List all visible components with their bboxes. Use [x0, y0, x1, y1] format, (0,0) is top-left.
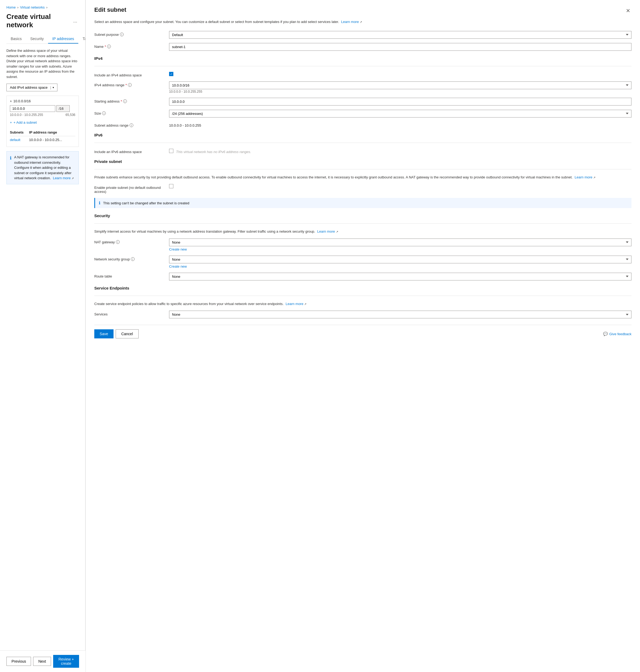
size-label: Size i	[94, 110, 169, 115]
service-endpoints-desc: Create service endpoint policies to allo…	[94, 301, 631, 307]
col-ip-range: IP address range	[29, 129, 75, 136]
size-info-icon[interactable]: i	[102, 112, 106, 115]
pipe-separator: |	[50, 86, 51, 89]
services-control: None	[169, 311, 631, 318]
add-subnet-button[interactable]: + + Add a subnet	[10, 119, 37, 126]
ellipsis-button[interactable]: ...	[72, 18, 79, 24]
breadcrumb-virtual-networks[interactable]: Virtual networks	[20, 5, 45, 9]
ipv4-divider	[94, 66, 631, 66]
include-ipv4-control	[169, 72, 631, 76]
include-ipv6-control: This virtual network has no IPv6 address…	[169, 148, 631, 154]
external-link-icon5: ↗	[304, 303, 306, 306]
ipv4-range-select[interactable]: 10.0.0.0/16	[169, 82, 631, 89]
tab-tags[interactable]: Tags	[78, 34, 86, 44]
address-input-row: /16	[10, 105, 75, 112]
service-endpoints-learn-more-link[interactable]: Learn more	[286, 302, 303, 306]
starting-address-info-icon[interactable]: i	[123, 99, 127, 103]
include-ipv4-checkbox[interactable]	[169, 72, 173, 76]
private-learn-more-link[interactable]: Learn more	[574, 175, 592, 179]
ipv4-required-star: *	[126, 83, 127, 87]
subnet-purpose-info-icon[interactable]: i	[120, 33, 124, 36]
review-create-button[interactable]: Review + create	[53, 655, 79, 668]
services-select[interactable]: None	[169, 311, 631, 318]
starting-address-row: Starting address * i	[94, 98, 631, 105]
add-ipv4-button[interactable]: Add IPv4 address space | ▾	[6, 84, 57, 91]
route-table-row: Route table None	[94, 273, 631, 280]
name-input[interactable]	[169, 43, 631, 51]
enable-private-label: Enable private subnet (no default outbou…	[94, 184, 169, 194]
nsg-create-link[interactable]: Create new	[169, 264, 631, 268]
route-table-select[interactable]: None	[169, 273, 631, 280]
size-control: /24 (256 addresses) /25 (128 addresses) …	[169, 110, 631, 118]
tabs-container: Basics Security IP addresses Tags Review	[6, 34, 79, 44]
nsg-row: Network security group i None Create new	[94, 255, 631, 268]
include-ipv4-row: Include an IPv4 address space	[94, 72, 631, 77]
ipv4-range-sub-text: 10.0.0.0 - 10.0.255.255	[169, 90, 631, 93]
tab-ip-addresses[interactable]: IP addresses	[48, 34, 78, 44]
tab-security[interactable]: Security	[26, 34, 48, 44]
nat-learn-more-link[interactable]: Learn more	[53, 176, 71, 180]
tab-basics[interactable]: Basics	[6, 34, 26, 44]
panel-bottom-bar: Save Cancel 💬 Give feedback	[94, 325, 631, 338]
panel-learn-more-link[interactable]: Learn more	[341, 20, 359, 24]
plus-icon: +	[10, 120, 12, 125]
name-row: Name * i	[94, 43, 631, 51]
nat-gateway-label: NAT gateway i	[94, 238, 169, 244]
panel-header: Edit subnet ✕	[94, 6, 631, 15]
enable-private-checkbox[interactable]	[169, 184, 173, 188]
save-cancel-group: Save Cancel	[94, 329, 139, 338]
nat-gateway-row: NAT gateway i None Create new	[94, 238, 631, 251]
nsg-info-icon[interactable]: i	[131, 257, 135, 261]
ipv4-section-title: IPv4	[94, 56, 631, 61]
subnet-range-info-icon[interactable]: i	[130, 123, 133, 127]
chevron-up-icon: ∧	[10, 100, 12, 103]
service-endpoints-divider	[94, 296, 631, 296]
ipv4-range-row: IPv4 address range * i 10.0.0.0/16 10.0.…	[94, 82, 631, 93]
enable-private-row: Enable private subnet (no default outbou…	[94, 184, 631, 194]
breadcrumb-home[interactable]: Home	[6, 5, 16, 9]
panel-title: Edit subnet	[94, 6, 126, 13]
include-ipv6-row: Include an IPv6 address space This virtu…	[94, 148, 631, 154]
name-info-icon[interactable]: i	[107, 45, 111, 48]
enable-private-control	[169, 184, 631, 189]
include-ipv4-label: Include an IPv4 address space	[94, 72, 169, 77]
security-learn-more-link[interactable]: Learn more	[317, 230, 335, 233]
left-panel: Home › Virtual networks › Create virtual…	[0, 0, 86, 672]
save-button[interactable]: Save	[94, 329, 114, 338]
name-label: Name * i	[94, 43, 169, 49]
nsg-control: None Create new	[169, 255, 631, 268]
ipv4-range-info-icon[interactable]: i	[128, 83, 132, 87]
include-ipv6-checkbox[interactable]	[169, 149, 173, 153]
panel-description: Select an address space and configure yo…	[94, 19, 631, 25]
starting-address-input[interactable]	[169, 98, 631, 105]
address-block: ∧ 10.0.0.0/16 /16 10.0.0.0 - 10.0.255.25…	[6, 96, 79, 147]
bottom-navigation-bar: Previous Next Review + create	[0, 651, 86, 672]
previous-button[interactable]: Previous	[6, 657, 31, 666]
add-ipv4-label: Add IPv4 address space	[10, 86, 47, 89]
left-description: Define the address space of your virtual…	[6, 48, 79, 79]
private-subnet-section-title: Private subnet	[94, 159, 631, 164]
next-button[interactable]: Next	[33, 657, 51, 666]
address-count: 65,536	[66, 113, 75, 117]
ipv6-disabled-text: This virtual network has no IPv6 address…	[176, 148, 251, 154]
close-button[interactable]: ✕	[625, 6, 631, 15]
starting-required-star: *	[121, 99, 122, 103]
breadcrumb: Home › Virtual networks ›	[6, 5, 79, 9]
service-endpoints-section-title: Service Endpoints	[94, 286, 631, 290]
address-input[interactable]	[10, 105, 55, 112]
subnet-purpose-label: Subnet purpose i	[94, 31, 169, 36]
subnet-purpose-control: Default Azure Bastion Azure Firewall	[169, 31, 631, 39]
nat-gateway-info-icon[interactable]: i	[116, 240, 120, 244]
subnet-default-link[interactable]: default	[10, 138, 20, 142]
subnet-range-value: 10.0.0.0 - 10.0.0.255	[169, 122, 631, 127]
nat-gateway-create-link[interactable]: Create new	[169, 247, 631, 251]
size-select[interactable]: /24 (256 addresses) /25 (128 addresses) …	[169, 110, 631, 118]
col-subnets: Subnets	[10, 129, 29, 136]
nat-gateway-select[interactable]: None	[169, 238, 631, 246]
nsg-select[interactable]: None	[169, 255, 631, 263]
subnet-purpose-select[interactable]: Default Azure Bastion Azure Firewall	[169, 31, 631, 39]
cidr-box: /16	[56, 105, 70, 112]
give-feedback-link[interactable]: 💬 Give feedback	[603, 332, 631, 336]
breadcrumb-sep2: ›	[46, 5, 47, 9]
cancel-button[interactable]: Cancel	[116, 329, 139, 338]
